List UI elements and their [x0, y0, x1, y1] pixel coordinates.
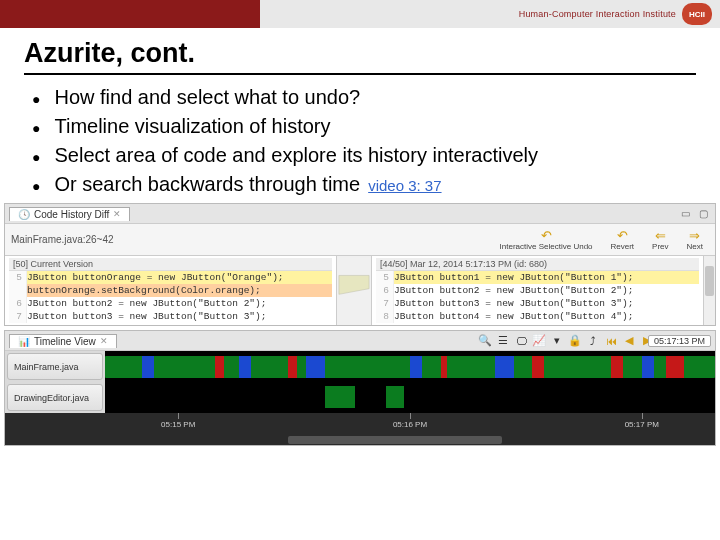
next-button[interactable]: ⇒Next: [681, 227, 709, 253]
gutter-line-number: 7: [9, 310, 27, 323]
tab-label: Timeline View: [34, 336, 96, 347]
arrow-left-icon: ⇐: [655, 229, 666, 242]
header-accent: [0, 0, 260, 28]
bullet-icon: ●: [32, 149, 40, 168]
tab-timeline-view[interactable]: 📊 Timeline View ✕: [9, 334, 117, 348]
bullet-icon: ●: [32, 120, 40, 139]
timeline-tracks[interactable]: [105, 351, 715, 413]
header-brand-area: Human-Computer Interaction Institute HCI…: [260, 0, 720, 28]
bullet-text: How find and select what to undo?: [54, 85, 360, 110]
timeline-file-label[interactable]: MainFrame.java: [7, 353, 103, 380]
right-version-column: [44/50] Mar 12, 2014 5:17:13 PM (id: 680…: [372, 256, 703, 325]
bullet-text: Timeline visualization of history: [54, 114, 330, 139]
bullet-icon: ●: [32, 178, 40, 197]
brand-text: Human-Computer Interaction Institute: [519, 9, 676, 19]
code-line[interactable]: 7JButton button3 = new JButton("Button 3…: [376, 297, 699, 310]
code-line[interactable]: 6JButton button2 = new JButton("Button 2…: [376, 284, 699, 297]
bullet-text: Select area of code and explore its hist…: [54, 143, 538, 168]
page-title: Azurite, cont.: [0, 28, 720, 71]
search-icon[interactable]: 🔍: [477, 333, 493, 349]
left-version-column: [50] Current Version 5JButton buttonOran…: [5, 256, 336, 325]
gutter-line-number: 5: [9, 271, 27, 284]
button-label: Revert: [611, 242, 635, 251]
bullet-text: Or search backwards through time: [54, 173, 360, 195]
version-header-left: [50] Current Version: [9, 258, 332, 271]
diff-toolbar: MainFrame.java:26~42 ↶Interactive Select…: [5, 224, 715, 256]
slide-header: Human-Computer Interaction Institute HCI…: [0, 0, 720, 28]
close-icon[interactable]: ✕: [113, 209, 121, 219]
code-lines-left[interactable]: 5JButton buttonOrange = new JButton("Ora…: [9, 271, 332, 323]
clock-icon: 🕓: [18, 209, 30, 220]
bullet-list: ●How find and select what to undo? ●Time…: [0, 85, 720, 197]
code-text: JButton button3 = new JButton("Button 3"…: [27, 310, 266, 323]
code-line[interactable]: 5JButton button1 = new JButton("Button 1…: [376, 271, 699, 284]
code-line[interactable]: buttonOrange.setBackground(Color.orange)…: [9, 284, 332, 297]
scrollbar-thumb[interactable]: [288, 436, 502, 444]
undo-arrow-icon: ↶: [541, 229, 552, 242]
undo-arrow-icon: ↶: [617, 229, 628, 242]
gutter-line-number: 8: [376, 310, 394, 323]
tick-label: 05:16 PM: [393, 420, 427, 429]
bullet-icon: ●: [32, 91, 40, 110]
code-lines-right[interactable]: 5JButton button1 = new JButton("Button 1…: [376, 271, 699, 323]
horizontal-scrollbar[interactable]: [105, 435, 715, 445]
minimize-icon[interactable]: ▭: [677, 206, 693, 222]
prev-button[interactable]: ⇐Prev: [646, 227, 674, 253]
chart-icon[interactable]: 📈: [531, 333, 547, 349]
vertical-scrollbar[interactable]: [703, 256, 715, 325]
timeline-track[interactable]: [105, 383, 715, 411]
code-text: JButton button3 = new JButton("Button 3"…: [394, 297, 633, 310]
code-text: JButton button4 = new JButton("Button 4"…: [394, 310, 633, 323]
interactive-selective-undo-button[interactable]: ↶Interactive Selective Undo: [494, 227, 599, 253]
arrow-right-icon: ⇒: [689, 229, 700, 242]
bullet-item: ●How find and select what to undo?: [32, 85, 688, 110]
file-range-label: MainFrame.java:26~42: [11, 234, 114, 245]
revert-button[interactable]: ↶Revert: [605, 227, 641, 253]
gutter-line-number: 7: [376, 297, 394, 310]
code-text: JButton button2 = new JButton("Button 2"…: [394, 284, 633, 297]
bullet-item: ●Select area of code and explore its his…: [32, 143, 688, 168]
diff-split: [50] Current Version 5JButton buttonOran…: [5, 256, 715, 325]
tab-row: 📊 Timeline View ✕ 🔍 ☰ 🖵 📈 ▾ 🔒 ⤴ ⏮ ◀ ▶ ⏭ …: [5, 331, 715, 351]
lock-icon[interactable]: 🔒: [567, 333, 583, 349]
timeline-view-panel: 📊 Timeline View ✕ 🔍 ☰ 🖵 📈 ▾ 🔒 ⤴ ⏮ ◀ ▶ ⏭ …: [4, 330, 716, 446]
gutter-line-number: 6: [9, 297, 27, 310]
maximize-icon[interactable]: ▢: [695, 206, 711, 222]
code-text: JButton button1 = new JButton("Button 1"…: [394, 271, 633, 284]
timeline-track[interactable]: [105, 353, 715, 381]
code-line[interactable]: 8JButton button4 = new JButton("Button 4…: [376, 310, 699, 323]
tick-label: 05:15 PM: [161, 420, 195, 429]
step-back-icon[interactable]: ◀: [621, 333, 637, 349]
close-icon[interactable]: ✕: [100, 336, 108, 346]
diff-connector: [336, 256, 372, 325]
code-text: JButton button2 = new JButton("Button 2"…: [27, 297, 266, 310]
button-label: Next: [687, 242, 703, 251]
timeline-body[interactable]: MainFrame.java DrawingEditor.java: [5, 351, 715, 413]
code-text: buttonOrange.setBackground(Color.orange)…: [27, 284, 261, 297]
export-icon[interactable]: ⤴: [585, 333, 601, 349]
code-line[interactable]: 7JButton button3 = new JButton("Button 3…: [9, 310, 332, 323]
gutter-line-number: [9, 284, 27, 297]
tab-code-history-diff[interactable]: 🕓 Code History Diff ✕: [9, 207, 130, 221]
timeline-file-labels: MainFrame.java DrawingEditor.java: [5, 351, 105, 413]
version-header-right: [44/50] Mar 12, 2014 5:17:13 PM (id: 680…: [376, 258, 699, 271]
tab-row: 🕓 Code History Diff ✕ ▭ ▢: [5, 204, 715, 224]
screenshot-icon[interactable]: 🖵: [513, 333, 529, 349]
timeline-ruler: 05:15 PM 05:16 PM 05:17 PM: [105, 413, 715, 435]
timeline-file-label[interactable]: DrawingEditor.java: [7, 384, 103, 411]
video-link[interactable]: video 3: 37: [368, 177, 441, 194]
bullet-item: ●Or search backwards through timevideo 3…: [32, 172, 688, 197]
button-label: Prev: [652, 242, 668, 251]
code-line[interactable]: 6JButton button2 = new JButton("Button 2…: [9, 297, 332, 310]
filter-icon[interactable]: ☰: [495, 333, 511, 349]
code-text: JButton buttonOrange = new JButton("Oran…: [27, 271, 284, 284]
tab-label: Code History Diff: [34, 209, 109, 220]
skip-back-icon[interactable]: ⏮: [603, 333, 619, 349]
button-label: Interactive Selective Undo: [500, 242, 593, 251]
chevron-down-icon[interactable]: ▾: [549, 333, 565, 349]
tick-label: 05:17 PM: [625, 420, 659, 429]
gutter-line-number: 6: [376, 284, 394, 297]
code-line[interactable]: 5JButton buttonOrange = new JButton("Ora…: [9, 271, 332, 284]
title-rule: [24, 73, 696, 75]
scrollbar-thumb[interactable]: [705, 266, 714, 296]
